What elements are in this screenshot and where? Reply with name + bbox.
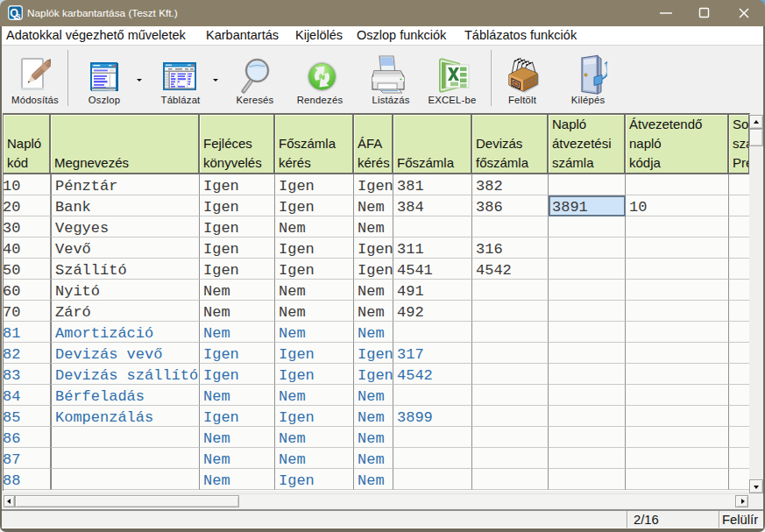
svg-text:s: s	[16, 11, 21, 20]
